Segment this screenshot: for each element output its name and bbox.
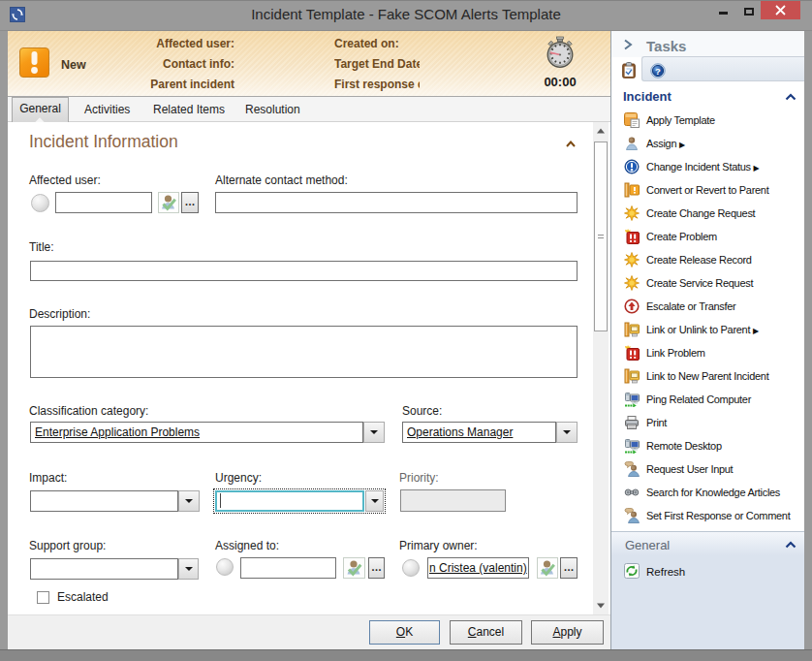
svg-text:?: ? (655, 66, 661, 77)
